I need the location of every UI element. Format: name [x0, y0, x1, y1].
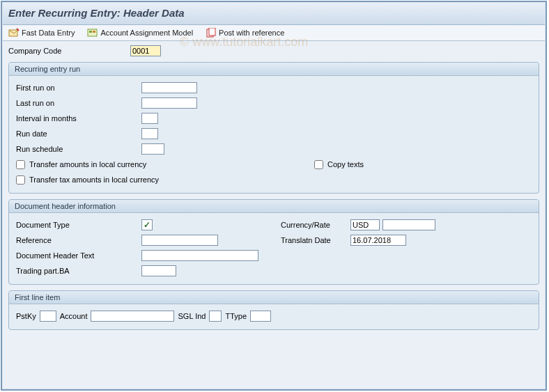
transfer-tax-checkbox[interactable] — [16, 175, 25, 185]
company-code-field[interactable] — [130, 45, 161, 56]
post-ref-icon — [206, 28, 217, 38]
document-type-field[interactable]: ✓ — [141, 219, 153, 230]
rate-field[interactable] — [382, 219, 435, 230]
document-type-label: Document Type — [16, 221, 141, 229]
translation-date-label: Translatn Date — [281, 236, 350, 244]
transfer-tax-label: Transfer tax amounts in local currency — [29, 175, 159, 184]
toolbar-label: Account Assignment Model — [100, 29, 193, 37]
post-with-reference-button[interactable]: Post with reference — [206, 28, 284, 38]
page-title: Enter Recurring Entry: Header Data — [8, 7, 185, 19]
trading-part-label: Trading part.BA — [16, 267, 141, 275]
sgl-field[interactable] — [209, 311, 222, 322]
trading-part-field[interactable] — [141, 265, 176, 276]
group-recurring-run: Recurring entry run First run on Last ru… — [8, 62, 539, 194]
group-title: First line item — [9, 291, 539, 304]
aam-icon — [87, 28, 98, 38]
copy-texts-label: Copy texts — [327, 160, 364, 168]
run-schedule-label: Run schedule — [16, 145, 141, 153]
ttype-field[interactable] — [250, 311, 271, 322]
title-bar: Enter Recurring Entry: Header Data — [3, 3, 545, 25]
last-run-field[interactable] — [141, 97, 197, 109]
sgl-label: SGL Ind — [178, 312, 206, 320]
toolbar-label: Fast Data Entry — [22, 29, 75, 37]
company-code-label: Company Code — [8, 47, 130, 55]
currency-field[interactable] — [350, 219, 380, 230]
fast-entry-icon — [8, 28, 20, 38]
translation-date-field[interactable] — [350, 235, 406, 246]
account-assignment-model-button[interactable]: Account Assignment Model — [87, 28, 193, 38]
svg-rect-2 — [89, 31, 92, 33]
reference-label: Reference — [16, 236, 141, 244]
svg-rect-1 — [88, 29, 97, 36]
account-label: Account — [60, 312, 88, 320]
toolbar: Fast Data Entry Account Assignment Model… — [3, 25, 545, 41]
currency-label: Currency/Rate — [281, 221, 350, 229]
svg-rect-3 — [93, 31, 95, 33]
header-text-label: Document Header Text — [16, 251, 141, 260]
last-run-label: Last run on — [16, 99, 141, 107]
pstky-label: PstKy — [16, 312, 36, 320]
copy-texts-checkbox[interactable] — [314, 160, 323, 169]
header-text-field[interactable] — [141, 250, 258, 261]
ttype-label: TType — [225, 312, 247, 320]
first-run-label: First run on — [16, 84, 141, 92]
group-title: Document header information — [9, 200, 539, 213]
interval-label: Interval in months — [16, 114, 141, 123]
group-document-header: Document header information Document Typ… — [8, 199, 539, 285]
group-title: Recurring entry run — [9, 63, 539, 76]
toolbar-label: Post with reference — [219, 29, 284, 37]
run-date-field[interactable] — [141, 128, 158, 139]
run-date-label: Run date — [16, 130, 141, 138]
interval-field[interactable] — [141, 113, 158, 124]
run-schedule-field[interactable] — [141, 143, 164, 155]
pstky-field[interactable] — [40, 311, 56, 322]
svg-rect-5 — [209, 28, 215, 36]
fast-data-entry-button[interactable]: Fast Data Entry — [8, 28, 75, 38]
transfer-local-checkbox[interactable] — [16, 160, 25, 169]
reference-field[interactable] — [141, 235, 218, 246]
account-field[interactable] — [91, 311, 174, 322]
transfer-local-label: Transfer amounts in local currency — [29, 160, 146, 168]
first-run-field[interactable] — [141, 82, 197, 93]
group-first-line-item: First line item PstKy Account SGL Ind TT… — [8, 290, 539, 330]
